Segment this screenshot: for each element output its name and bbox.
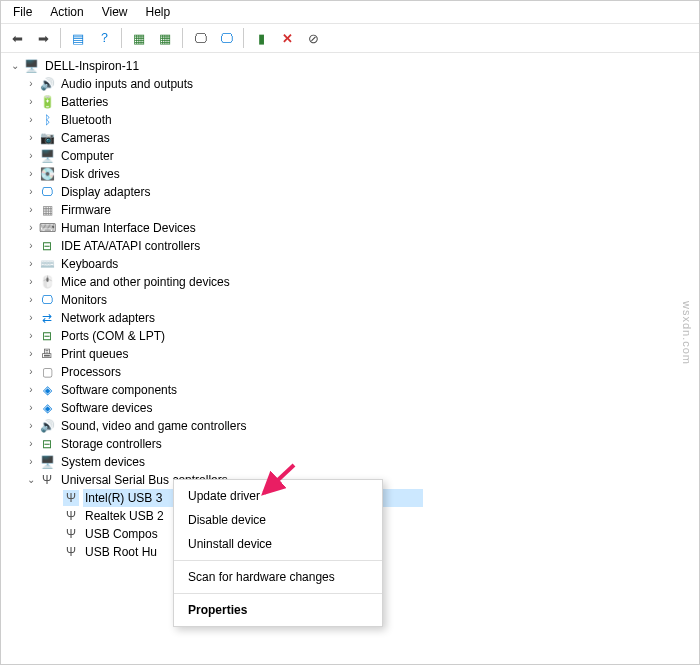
menu-file[interactable]: File: [5, 3, 40, 21]
expander-icon[interactable]: ›: [25, 327, 37, 345]
tree-category[interactable]: ›⇄Network adapters: [5, 309, 699, 327]
expander-icon[interactable]: ›: [25, 93, 37, 111]
category-label: Keyboards: [59, 255, 120, 273]
expander-icon[interactable]: ›: [25, 165, 37, 183]
expander-icon[interactable]: ›: [25, 147, 37, 165]
tree-category[interactable]: ›⊟IDE ATA/ATAPI controllers: [5, 237, 699, 255]
tree-category[interactable]: ›⊟Ports (COM & LPT): [5, 327, 699, 345]
tree-category[interactable]: ›🖥️System devices: [5, 453, 699, 471]
tree-category[interactable]: ›🖵Display adapters: [5, 183, 699, 201]
ctx-uninstall-device[interactable]: Uninstall device: [174, 532, 382, 556]
category-label: Storage controllers: [59, 435, 164, 453]
expander-icon[interactable]: ›: [25, 309, 37, 327]
expander-icon[interactable]: ›: [25, 219, 37, 237]
update-driver-icon[interactable]: 🖵: [188, 26, 212, 50]
expander-icon[interactable]: ⌄: [25, 471, 37, 489]
expander-icon[interactable]: ›: [25, 75, 37, 93]
category-icon: 🖵: [39, 292, 55, 308]
tree-category[interactable]: ›ᛒBluetooth: [5, 111, 699, 129]
expander-icon[interactable]: ›: [25, 129, 37, 147]
category-label: Mice and other pointing devices: [59, 273, 232, 291]
category-label: Monitors: [59, 291, 109, 309]
category-icon: ⇄: [39, 310, 55, 326]
menu-action[interactable]: Action: [42, 3, 91, 21]
expander-icon[interactable]: ›: [25, 363, 37, 381]
back-icon[interactable]: ⬅: [5, 26, 29, 50]
enable-icon[interactable]: ▦: [153, 26, 177, 50]
tree-category[interactable]: ›⊟Storage controllers: [5, 435, 699, 453]
separator: [243, 28, 244, 48]
category-icon: ◈: [39, 400, 55, 416]
tree-category[interactable]: ›🖵Monitors: [5, 291, 699, 309]
category-label: Network adapters: [59, 309, 157, 327]
tree-category[interactable]: ›💽Disk drives: [5, 165, 699, 183]
device-label: USB Compos: [83, 525, 160, 543]
expander-icon[interactable]: ›: [25, 111, 37, 129]
expander-icon[interactable]: ›: [25, 183, 37, 201]
tree-category[interactable]: ›▦Firmware: [5, 201, 699, 219]
separator: [121, 28, 122, 48]
tree-category[interactable]: ›🖥️Computer: [5, 147, 699, 165]
ctx-properties[interactable]: Properties: [174, 598, 382, 622]
category-icon: 📷: [39, 130, 55, 146]
category-icon: ⊟: [39, 436, 55, 452]
expander-icon[interactable]: ›: [25, 255, 37, 273]
category-label: Software components: [59, 381, 179, 399]
expander-icon[interactable]: ›: [25, 237, 37, 255]
tree-category[interactable]: ›◈Software devices: [5, 399, 699, 417]
uninstall-icon[interactable]: 🖵: [214, 26, 238, 50]
tree-category[interactable]: ›◈Software components: [5, 381, 699, 399]
expander-icon[interactable]: ›: [25, 399, 37, 417]
usb-device-icon: Ψ: [63, 526, 79, 542]
category-icon: ⊟: [39, 238, 55, 254]
forward-icon[interactable]: ➡: [31, 26, 55, 50]
tree-category[interactable]: ›🔊Audio inputs and outputs: [5, 75, 699, 93]
menu-help[interactable]: Help: [138, 3, 179, 21]
category-label: Cameras: [59, 129, 112, 147]
category-icon: ⌨️: [39, 256, 55, 272]
usb-icon: Ψ: [39, 472, 55, 488]
expander-icon[interactable]: ›: [25, 381, 37, 399]
tree-category[interactable]: ›📷Cameras: [5, 129, 699, 147]
menu-view[interactable]: View: [94, 3, 136, 21]
remove-icon[interactable]: ✕: [275, 26, 299, 50]
ctx-scan-hardware[interactable]: Scan for hardware changes: [174, 565, 382, 589]
watermark: wsxdn.com: [681, 300, 693, 364]
expander-icon[interactable]: ›: [25, 345, 37, 363]
expander-icon[interactable]: ›: [25, 273, 37, 291]
stop-icon[interactable]: ⊘: [301, 26, 325, 50]
ctx-disable-device[interactable]: Disable device: [174, 508, 382, 532]
category-label: Computer: [59, 147, 116, 165]
category-icon: 🖥️: [39, 454, 55, 470]
expander-icon[interactable]: ›: [25, 201, 37, 219]
expander-icon[interactable]: ›: [25, 417, 37, 435]
expander-icon[interactable]: ›: [25, 435, 37, 453]
separator: [174, 593, 382, 594]
tree-category[interactable]: ›⌨Human Interface Devices: [5, 219, 699, 237]
tree-category[interactable]: ›🖶Print queues: [5, 345, 699, 363]
expander-icon[interactable]: ›: [25, 453, 37, 471]
root-label: DELL-Inspiron-11: [43, 57, 141, 75]
tree-category[interactable]: ›🖱️Mice and other pointing devices: [5, 273, 699, 291]
category-label: Human Interface Devices: [59, 219, 198, 237]
tree-category[interactable]: ›⌨️Keyboards: [5, 255, 699, 273]
separator: [60, 28, 61, 48]
category-icon: ᛒ: [39, 112, 55, 128]
expander-icon[interactable]: ⌄: [9, 57, 21, 75]
category-label: System devices: [59, 453, 147, 471]
scan-icon[interactable]: ▦: [127, 26, 151, 50]
category-icon: 🖶: [39, 346, 55, 362]
category-label: Audio inputs and outputs: [59, 75, 195, 93]
tree-category[interactable]: ›🔊Sound, video and game controllers: [5, 417, 699, 435]
show-hide-tree-icon[interactable]: ▤: [66, 26, 90, 50]
ctx-update-driver[interactable]: Update driver: [174, 484, 382, 508]
category-label: Disk drives: [59, 165, 122, 183]
expander-icon[interactable]: ›: [25, 291, 37, 309]
help-icon[interactable]: ？: [92, 26, 116, 50]
category-icon: 🔊: [39, 418, 55, 434]
category-icon: 🖥️: [39, 148, 55, 164]
tree-root[interactable]: ⌄ 🖥️ DELL-Inspiron-11: [5, 57, 699, 75]
tree-category[interactable]: ›▢Processors: [5, 363, 699, 381]
device-icon[interactable]: ▮: [249, 26, 273, 50]
tree-category[interactable]: ›🔋Batteries: [5, 93, 699, 111]
